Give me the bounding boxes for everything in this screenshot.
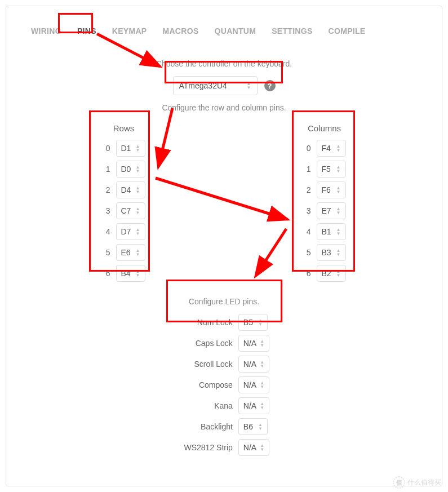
pin-value: E6 <box>121 248 131 257</box>
tab-wiring[interactable]: WIRING <box>23 22 69 40</box>
stepper-icon: ▲▼ <box>258 423 263 431</box>
col-pin-select[interactable]: B2▲▼ <box>317 265 346 282</box>
pin-value: B1 <box>322 227 331 236</box>
pin-value: D4 <box>121 185 131 194</box>
stepper-icon: ▲▼ <box>260 360 264 368</box>
pin-value: F6 <box>322 185 331 194</box>
pin-index: 1 <box>103 165 110 174</box>
led-pin-select[interactable]: B5▲▼ <box>238 314 268 331</box>
row-pin-row: 4D7▲▼ <box>103 223 145 240</box>
cols-column: Columns 0F4▲▼1F5▲▼2F6▲▼3E7▲▼4B1▲▼5B3▲▼6B… <box>303 123 346 286</box>
rows-column: Rows 0D1▲▼1D0▲▼2D4▲▼3C7▲▼4D7▲▼5E6▲▼6B4▲▼ <box>103 123 145 286</box>
led-pin-select[interactable]: N/A▲▼ <box>238 376 269 393</box>
stepper-icon: ▲▼ <box>260 381 264 389</box>
controller-value: ATmega32U4 <box>179 81 227 90</box>
pin-value: F5 <box>322 165 331 174</box>
col-pin-select[interactable]: F4▲▼ <box>317 140 346 157</box>
col-pin-row: 0F4▲▼ <box>303 140 346 157</box>
stepper-icon: ▲▼ <box>136 186 140 194</box>
led-pin-select[interactable]: N/A▲▼ <box>238 397 269 414</box>
tab-keymap[interactable]: KEYMAP <box>104 22 155 40</box>
led-row: Caps LockN/A▲▼ <box>179 335 269 352</box>
row-pin-row: 1D0▲▼ <box>103 161 145 178</box>
row-pin-row: 6B4▲▼ <box>103 265 145 282</box>
stepper-icon: ▲▼ <box>260 402 264 410</box>
stepper-icon: ▲▼ <box>136 207 140 215</box>
pin-index: 0 <box>103 144 110 153</box>
stepper-icon: ▲▼ <box>136 144 140 152</box>
led-label: Kana <box>179 401 233 410</box>
row-pin-row: 3C7▲▼ <box>103 202 145 219</box>
pin-index: 6 <box>303 269 311 278</box>
pin-index: 2 <box>303 185 311 194</box>
row-pin-select[interactable]: D1▲▼ <box>116 140 145 157</box>
col-pin-select[interactable]: F5▲▼ <box>317 161 346 178</box>
led-section: Configure LED pins. Num LockB5▲▼Caps Loc… <box>6 296 442 460</box>
stepper-icon: ▲▼ <box>336 249 341 256</box>
stepper-icon: ▲▼ <box>136 249 140 256</box>
controller-row: ATmega32U4 ▲▼ ? <box>6 76 442 95</box>
row-pin-row: 0D1▲▼ <box>103 140 145 157</box>
row-pin-select[interactable]: D0▲▼ <box>116 161 145 178</box>
stepper-icon: ▲▼ <box>336 144 341 152</box>
row-pin-select[interactable]: B4▲▼ <box>116 265 145 282</box>
stepper-icon: ▲▼ <box>260 339 264 347</box>
tab-settings[interactable]: SETTINGS <box>264 22 320 40</box>
led-pin-value: N/A <box>243 380 256 389</box>
pin-value: B3 <box>322 248 331 257</box>
stepper-icon: ▲▼ <box>336 207 341 215</box>
tab-compile[interactable]: COMPILE <box>321 22 374 40</box>
pin-index: 0 <box>303 144 311 153</box>
stepper-icon: ▲▼ <box>136 228 140 236</box>
pin-value: B4 <box>121 269 131 278</box>
col-pin-row: 3E7▲▼ <box>303 202 346 219</box>
tab-quantum[interactable]: QUANTUM <box>207 22 264 40</box>
led-pin-select[interactable]: N/A▲▼ <box>238 335 269 352</box>
row-pin-select[interactable]: D7▲▼ <box>116 223 145 240</box>
pins-label: Configure the row and column pins. <box>6 103 442 112</box>
led-pin-select[interactable]: N/A▲▼ <box>238 356 269 373</box>
led-label: Compose <box>179 380 233 389</box>
pin-value: E7 <box>322 206 331 215</box>
led-label: Backlight <box>179 422 233 431</box>
col-pin-row: 2F6▲▼ <box>303 181 346 198</box>
col-pin-select[interactable]: F6▲▼ <box>317 181 346 198</box>
col-pin-select[interactable]: B1▲▼ <box>317 223 346 240</box>
help-icon[interactable]: ? <box>264 80 276 91</box>
tab-macros[interactable]: MACROS <box>155 22 207 40</box>
pin-index: 2 <box>103 185 110 194</box>
col-pin-row: 5B3▲▼ <box>303 244 346 261</box>
controller-label: Choose the controller on the keyboard. <box>6 59 442 68</box>
stepper-icon: ▲▼ <box>136 165 140 173</box>
led-pin-value: N/A <box>243 339 256 348</box>
col-pin-select[interactable]: E7▲▼ <box>317 202 346 219</box>
stepper-icon: ▲▼ <box>336 269 341 277</box>
tab-pins[interactable]: PINS <box>69 22 104 40</box>
pin-index: 1 <box>303 165 311 174</box>
led-pin-value: N/A <box>243 401 256 410</box>
controller-select[interactable]: ATmega32U4 ▲▼ <box>173 76 258 95</box>
pin-value: D1 <box>121 144 131 153</box>
pin-value: F4 <box>322 144 331 153</box>
tab-bar: WIRING PINS KEYMAP MACROS QUANTUM SETTIN… <box>6 6 442 51</box>
led-pin-select[interactable]: B6▲▼ <box>238 418 268 435</box>
pin-index: 4 <box>303 227 311 236</box>
stepper-icon: ▲▼ <box>136 269 140 277</box>
stepper-icon: ▲▼ <box>336 165 341 173</box>
led-pin-value: N/A <box>243 360 256 369</box>
pin-index: 5 <box>103 248 110 257</box>
pin-value: D7 <box>121 227 131 236</box>
col-pin-select[interactable]: B3▲▼ <box>317 244 346 261</box>
row-pin-select[interactable]: E6▲▼ <box>116 244 145 261</box>
stepper-icon: ▲▼ <box>258 318 263 326</box>
led-row: KanaN/A▲▼ <box>179 397 269 414</box>
pins-layout: Rows 0D1▲▼1D0▲▼2D4▲▼3C7▲▼4D7▲▼5E6▲▼6B4▲▼… <box>6 120 442 296</box>
row-pin-select[interactable]: D4▲▼ <box>116 181 145 198</box>
stepper-icon: ▲▼ <box>336 186 341 194</box>
rows-title: Rows <box>113 123 135 133</box>
row-pin-row: 5E6▲▼ <box>103 244 145 261</box>
led-row: Num LockB5▲▼ <box>179 314 269 331</box>
row-pin-select[interactable]: C7▲▼ <box>116 202 145 219</box>
led-pin-select[interactable]: N/A▲▼ <box>238 439 269 456</box>
led-pin-value: B6 <box>243 422 253 431</box>
